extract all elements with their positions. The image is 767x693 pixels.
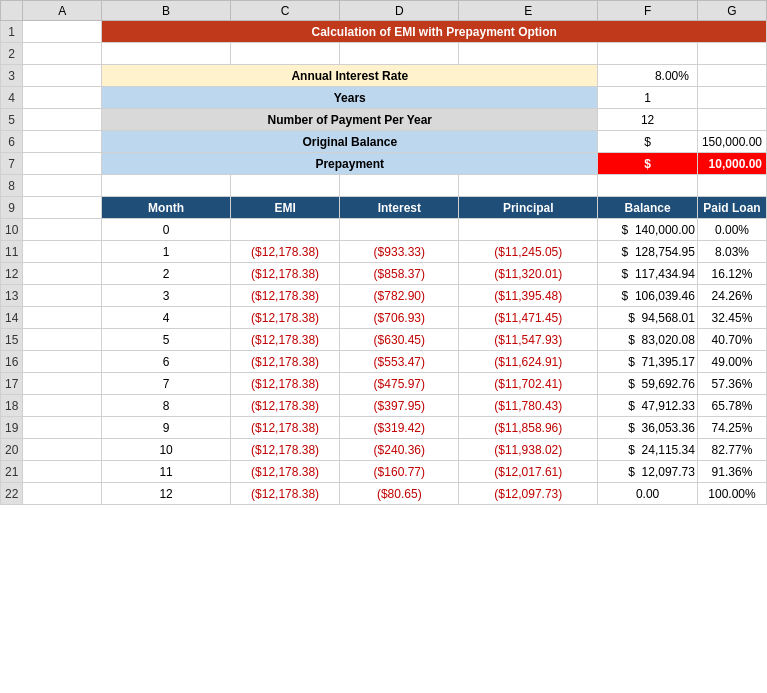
table-row: 11 1 ($12,178.38) ($933.33) ($11,245.05)… <box>1 241 767 263</box>
header-paid: Paid Loan <box>697 197 766 219</box>
table-row: 10 0 $ 140,000.00 0.00% <box>1 219 767 241</box>
row-num-1: 1 <box>1 21 23 43</box>
value-years[interactable]: 1 <box>598 87 698 109</box>
row-6: 6 Original Balance $ 150,000.00 <box>1 131 767 153</box>
value-balance[interactable]: 150,000.00 <box>697 131 766 153</box>
cell-emi-0 <box>230 219 339 241</box>
col-header-b: B <box>102 1 231 21</box>
row-4: 4 Years 1 <box>1 87 767 109</box>
table-row: 19 9 ($12,178.38) ($319.42) ($11,858.96)… <box>1 417 767 439</box>
row-7: 7 Prepayment $ 10,000.00 <box>1 153 767 175</box>
table-row: 14 4 ($12,178.38) ($706.93) ($11,471.45)… <box>1 307 767 329</box>
value-interest-rate[interactable]: 8.00% <box>598 65 698 87</box>
col-header-a: A <box>23 1 102 21</box>
row-num-4: 4 <box>1 87 23 109</box>
table-row: 18 8 ($12,178.38) ($397.95) ($11,780.43)… <box>1 395 767 417</box>
corner-header <box>1 1 23 21</box>
col-header-f: F <box>598 1 698 21</box>
table-row: 13 3 ($12,178.38) ($782.90) ($11,395.48)… <box>1 285 767 307</box>
row-5: 5 Number of Payment Per Year 12 <box>1 109 767 131</box>
value-prepayment[interactable]: 10,000.00 <box>697 153 766 175</box>
cell-balance-1: $ 128,754.95 <box>598 241 698 263</box>
dollar-prepayment: $ <box>598 153 698 175</box>
header-month: Month <box>102 197 231 219</box>
label-interest-rate: Annual Interest Rate <box>102 65 598 87</box>
row-9-headers: 9 Month EMI Interest Principal Balance P… <box>1 197 767 219</box>
row-2: 2 <box>1 43 767 65</box>
row-3: 3 Annual Interest Rate 8.00% <box>1 65 767 87</box>
header-principal: Principal <box>459 197 598 219</box>
row-num-9: 9 <box>1 197 23 219</box>
cell-paid-1: 8.03% <box>697 241 766 263</box>
header-emi: EMI <box>230 197 339 219</box>
table-row: 16 6 ($12,178.38) ($553.47) ($11,624.91)… <box>1 351 767 373</box>
label-prepayment: Prepayment <box>102 153 598 175</box>
col-header-e: E <box>459 1 598 21</box>
header-balance: Balance <box>598 197 698 219</box>
table-row: 12 2 ($12,178.38) ($858.37) ($11,320.01)… <box>1 263 767 285</box>
cell-paid-0: 0.00% <box>697 219 766 241</box>
cell-interest-0 <box>340 219 459 241</box>
row-num-6: 6 <box>1 131 23 153</box>
cell-interest-1[interactable]: ($933.33) <box>340 241 459 263</box>
col-header-d: D <box>340 1 459 21</box>
label-balance: Original Balance <box>102 131 598 153</box>
row-num-3: 3 <box>1 65 23 87</box>
column-headers: A B C D E F G <box>1 1 767 21</box>
value-payments[interactable]: 12 <box>598 109 698 131</box>
cell-month-0[interactable]: 0 <box>102 219 231 241</box>
cell-principal-0 <box>459 219 598 241</box>
row-num-7: 7 <box>1 153 23 175</box>
table-row: 21 11 ($12,178.38) ($160.77) ($12,017.61… <box>1 461 767 483</box>
table-row: 17 7 ($12,178.38) ($475.97) ($11,702.41)… <box>1 373 767 395</box>
col-header-g: G <box>697 1 766 21</box>
row-num-8: 8 <box>1 175 23 197</box>
table-row: 15 5 ($12,178.38) ($630.45) ($11,547.93)… <box>1 329 767 351</box>
row-1: 1 Calculation of EMI with Prepayment Opt… <box>1 21 767 43</box>
row-num-5: 5 <box>1 109 23 131</box>
cell-month-1[interactable]: 1 <box>102 241 231 263</box>
cell-a1[interactable] <box>23 21 102 43</box>
cell-emi-1[interactable]: ($12,178.38) <box>230 241 339 263</box>
title-cell: Calculation of EMI with Prepayment Optio… <box>102 21 767 43</box>
cell-principal-1[interactable]: ($11,245.05) <box>459 241 598 263</box>
row-num-10: 10 <box>1 219 23 241</box>
label-years: Years <box>102 87 598 109</box>
row-num-11: 11 <box>1 241 23 263</box>
label-payments: Number of Payment Per Year <box>102 109 598 131</box>
row-num-2: 2 <box>1 43 23 65</box>
table-row: 22 12 ($12,178.38) ($80.65) ($12,097.73)… <box>1 483 767 505</box>
table-row: 20 10 ($12,178.38) ($240.36) ($11,938.02… <box>1 439 767 461</box>
header-interest: Interest <box>340 197 459 219</box>
dollar-balance: $ <box>598 131 698 153</box>
cell-balance-dollar-0: $ 140,000.00 <box>598 219 698 241</box>
col-header-c: C <box>230 1 339 21</box>
row-8: 8 <box>1 175 767 197</box>
